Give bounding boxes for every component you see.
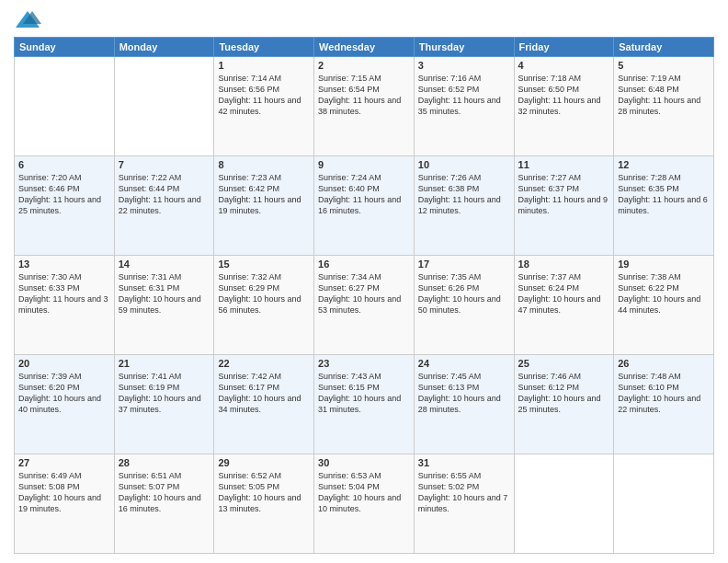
logo-icon: [14, 9, 41, 31]
calendar-cell: 14Sunrise: 7:31 AM Sunset: 6:31 PM Dayli…: [114, 256, 214, 355]
calendar-cell: 20Sunrise: 7:39 AM Sunset: 6:20 PM Dayli…: [15, 355, 115, 454]
day-number: 4: [518, 60, 610, 71]
day-number: 12: [618, 159, 710, 170]
day-header-friday: Friday: [514, 38, 614, 57]
day-number: 7: [119, 159, 210, 170]
cell-content: Sunrise: 7:38 AM Sunset: 6:22 PM Dayligh…: [618, 271, 710, 316]
calendar-cell: 4Sunrise: 7:18 AM Sunset: 6:50 PM Daylig…: [514, 57, 614, 156]
calendar-cell: 11Sunrise: 7:27 AM Sunset: 6:37 PM Dayli…: [514, 156, 614, 256]
day-number: 21: [119, 358, 210, 369]
calendar-cell: 27Sunrise: 6:49 AM Sunset: 5:08 PM Dayli…: [15, 454, 115, 554]
cell-content: Sunrise: 7:41 AM Sunset: 6:19 PM Dayligh…: [119, 371, 210, 416]
calendar-cell: [114, 57, 214, 156]
calendar-body: 1Sunrise: 7:14 AM Sunset: 6:56 PM Daylig…: [15, 57, 714, 554]
cell-content: Sunrise: 7:16 AM Sunset: 6:52 PM Dayligh…: [418, 73, 510, 118]
week-row-2: 6Sunrise: 7:20 AM Sunset: 6:46 PM Daylig…: [15, 156, 714, 256]
cell-content: Sunrise: 7:46 AM Sunset: 6:12 PM Dayligh…: [518, 371, 610, 416]
calendar-cell: 26Sunrise: 7:48 AM Sunset: 6:10 PM Dayli…: [614, 355, 714, 454]
day-number: 1: [218, 60, 310, 71]
day-number: 22: [218, 358, 310, 369]
cell-content: Sunrise: 7:27 AM Sunset: 6:37 PM Dayligh…: [518, 172, 610, 217]
day-number: 30: [318, 457, 410, 468]
cell-content: Sunrise: 7:43 AM Sunset: 6:15 PM Dayligh…: [318, 371, 410, 416]
cell-content: Sunrise: 7:37 AM Sunset: 6:24 PM Dayligh…: [518, 271, 610, 316]
calendar-cell: 23Sunrise: 7:43 AM Sunset: 6:15 PM Dayli…: [314, 355, 415, 454]
calendar-cell: 10Sunrise: 7:26 AM Sunset: 6:38 PM Dayli…: [414, 156, 514, 256]
calendar-cell: 16Sunrise: 7:34 AM Sunset: 6:27 PM Dayli…: [314, 256, 415, 355]
calendar-header-row: SundayMondayTuesdayWednesdayThursdayFrid…: [15, 38, 714, 57]
calendar-cell: 7Sunrise: 7:22 AM Sunset: 6:44 PM Daylig…: [114, 156, 214, 256]
calendar-cell: 1Sunrise: 7:14 AM Sunset: 6:56 PM Daylig…: [214, 57, 314, 156]
cell-content: Sunrise: 7:15 AM Sunset: 6:54 PM Dayligh…: [318, 73, 410, 118]
calendar-table: SundayMondayTuesdayWednesdayThursdayFrid…: [14, 37, 714, 554]
day-number: 6: [18, 159, 110, 170]
header: [14, 9, 714, 31]
day-number: 25: [518, 358, 610, 369]
calendar-cell: 24Sunrise: 7:45 AM Sunset: 6:13 PM Dayli…: [414, 355, 514, 454]
day-number: 23: [318, 358, 410, 369]
day-header-wednesday: Wednesday: [314, 38, 415, 57]
cell-content: Sunrise: 7:26 AM Sunset: 6:38 PM Dayligh…: [418, 172, 510, 217]
cell-content: Sunrise: 7:19 AM Sunset: 6:48 PM Dayligh…: [618, 73, 710, 118]
calendar-cell: 15Sunrise: 7:32 AM Sunset: 6:29 PM Dayli…: [214, 256, 314, 355]
calendar-cell: 3Sunrise: 7:16 AM Sunset: 6:52 PM Daylig…: [414, 57, 514, 156]
day-number: 13: [18, 259, 110, 270]
day-number: 19: [618, 259, 710, 270]
day-number: 15: [218, 259, 310, 270]
calendar-cell: 19Sunrise: 7:38 AM Sunset: 6:22 PM Dayli…: [614, 256, 714, 355]
day-number: 20: [18, 358, 110, 369]
cell-content: Sunrise: 7:32 AM Sunset: 6:29 PM Dayligh…: [218, 271, 310, 316]
calendar-cell: [514, 454, 614, 554]
day-number: 2: [318, 60, 410, 71]
cell-content: Sunrise: 7:23 AM Sunset: 6:42 PM Dayligh…: [218, 172, 310, 217]
calendar-cell: 30Sunrise: 6:53 AM Sunset: 5:04 PM Dayli…: [314, 454, 415, 554]
cell-content: Sunrise: 7:34 AM Sunset: 6:27 PM Dayligh…: [318, 271, 410, 316]
calendar-cell: 2Sunrise: 7:15 AM Sunset: 6:54 PM Daylig…: [314, 57, 415, 156]
day-number: 24: [418, 358, 510, 369]
cell-content: Sunrise: 7:31 AM Sunset: 6:31 PM Dayligh…: [119, 271, 210, 316]
day-number: 3: [418, 60, 510, 71]
cell-content: Sunrise: 7:30 AM Sunset: 6:33 PM Dayligh…: [18, 271, 110, 316]
week-row-3: 13Sunrise: 7:30 AM Sunset: 6:33 PM Dayli…: [15, 256, 714, 355]
cell-content: Sunrise: 7:24 AM Sunset: 6:40 PM Dayligh…: [318, 172, 410, 217]
cell-content: Sunrise: 7:22 AM Sunset: 6:44 PM Dayligh…: [119, 172, 210, 217]
day-number: 29: [218, 457, 310, 468]
week-row-5: 27Sunrise: 6:49 AM Sunset: 5:08 PM Dayli…: [15, 454, 714, 554]
day-number: 14: [119, 259, 210, 270]
day-number: 16: [318, 259, 410, 270]
day-number: 17: [418, 259, 510, 270]
cell-content: Sunrise: 7:45 AM Sunset: 6:13 PM Dayligh…: [418, 371, 510, 416]
cell-content: Sunrise: 6:55 AM Sunset: 5:02 PM Dayligh…: [418, 470, 510, 515]
page: SundayMondayTuesdayWednesdayThursdayFrid…: [0, 0, 728, 563]
day-header-saturday: Saturday: [614, 38, 714, 57]
day-number: 31: [418, 457, 510, 468]
calendar-cell: [15, 57, 115, 156]
day-header-sunday: Sunday: [15, 38, 115, 57]
cell-content: Sunrise: 6:52 AM Sunset: 5:05 PM Dayligh…: [218, 470, 310, 515]
cell-content: Sunrise: 7:18 AM Sunset: 6:50 PM Dayligh…: [518, 73, 610, 118]
cell-content: Sunrise: 6:49 AM Sunset: 5:08 PM Dayligh…: [18, 470, 110, 515]
calendar-cell: 12Sunrise: 7:28 AM Sunset: 6:35 PM Dayli…: [614, 156, 714, 256]
cell-content: Sunrise: 7:28 AM Sunset: 6:35 PM Dayligh…: [618, 172, 710, 217]
cell-content: Sunrise: 7:14 AM Sunset: 6:56 PM Dayligh…: [218, 73, 310, 118]
logo: [14, 9, 45, 31]
week-row-1: 1Sunrise: 7:14 AM Sunset: 6:56 PM Daylig…: [15, 57, 714, 156]
cell-content: Sunrise: 6:53 AM Sunset: 5:04 PM Dayligh…: [318, 470, 410, 515]
calendar-cell: 28Sunrise: 6:51 AM Sunset: 5:07 PM Dayli…: [114, 454, 214, 554]
day-number: 5: [618, 60, 710, 71]
calendar-cell: 5Sunrise: 7:19 AM Sunset: 6:48 PM Daylig…: [614, 57, 714, 156]
calendar-cell: 21Sunrise: 7:41 AM Sunset: 6:19 PM Dayli…: [114, 355, 214, 454]
day-number: 27: [18, 457, 110, 468]
calendar-cell: 9Sunrise: 7:24 AM Sunset: 6:40 PM Daylig…: [314, 156, 415, 256]
calendar-cell: 13Sunrise: 7:30 AM Sunset: 6:33 PM Dayli…: [15, 256, 115, 355]
cell-content: Sunrise: 7:20 AM Sunset: 6:46 PM Dayligh…: [18, 172, 110, 217]
day-header-tuesday: Tuesday: [214, 38, 314, 57]
calendar-cell: 17Sunrise: 7:35 AM Sunset: 6:26 PM Dayli…: [414, 256, 514, 355]
calendar-cell: 18Sunrise: 7:37 AM Sunset: 6:24 PM Dayli…: [514, 256, 614, 355]
cell-content: Sunrise: 7:39 AM Sunset: 6:20 PM Dayligh…: [18, 371, 110, 416]
day-number: 28: [119, 457, 210, 468]
day-number: 26: [618, 358, 710, 369]
calendar-cell: [614, 454, 714, 554]
day-header-monday: Monday: [114, 38, 214, 57]
calendar-cell: 22Sunrise: 7:42 AM Sunset: 6:17 PM Dayli…: [214, 355, 314, 454]
